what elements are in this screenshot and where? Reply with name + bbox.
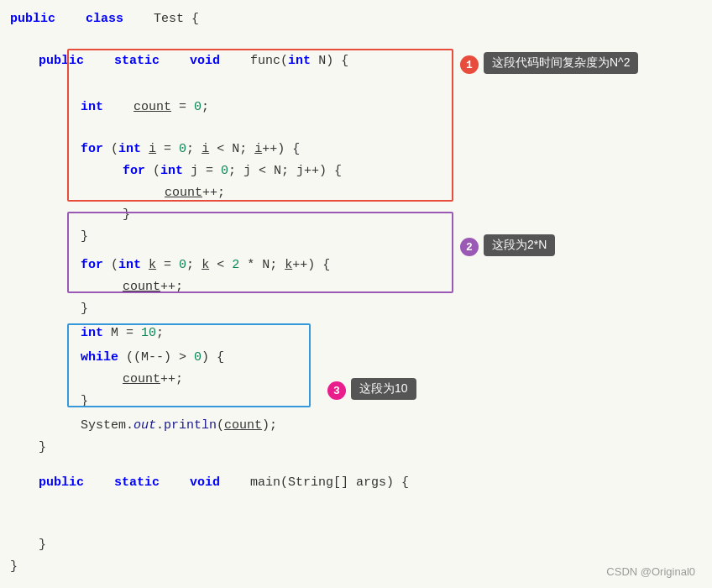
code-line-6: count ++; bbox=[0, 182, 712, 204]
code-line-3: int count = 0 ; bbox=[0, 92, 712, 139]
code-line-11: } bbox=[0, 298, 712, 323]
spacer-2 bbox=[0, 514, 712, 534]
code-line-9: for ( int k = 0 ; k < 2 * N; k ++) { bbox=[0, 252, 712, 276]
code-line-7: } bbox=[0, 204, 712, 226]
code-line-4: for ( int i = 0 ; i < N; i ++) { bbox=[0, 139, 712, 160]
code-line-21: } bbox=[0, 534, 712, 556]
code-line-10: count ++; bbox=[0, 276, 712, 298]
code-line-13: while ((M--) > 0 ) { bbox=[0, 344, 712, 369]
annotation-circle-2: 2 bbox=[460, 238, 479, 256]
annotation-box-3: 这段为10 bbox=[351, 378, 416, 400]
annotation-circle-1: 1 bbox=[460, 55, 479, 74]
watermark: CSDN @Original0 bbox=[606, 565, 695, 578]
keyword-public: public bbox=[10, 9, 55, 29]
code-line-5: for ( int j = 0 ; j < N; j++) { bbox=[0, 160, 712, 182]
annotation-circle-3: 3 bbox=[327, 381, 346, 400]
code-line-8: } bbox=[0, 226, 712, 252]
spacer-1 bbox=[0, 459, 712, 472]
code-line-1: public class Test { bbox=[0, 8, 712, 50]
code-line-12: int M = 10 ; bbox=[0, 323, 712, 344]
code-line-22: } bbox=[0, 556, 712, 578]
annotation-box-2: 这段为2*N bbox=[484, 234, 555, 256]
annotation-box-1: 这段代码时间复杂度为N^2 bbox=[484, 52, 638, 74]
keyword-class: class bbox=[86, 9, 123, 29]
code-line-17: } bbox=[0, 437, 712, 459]
code-line-19: public static void main(String[] args) { bbox=[0, 472, 712, 514]
code-line-16: System. out . println ( count ); bbox=[0, 415, 712, 437]
code-container: public class Test { public static void f… bbox=[0, 0, 712, 588]
